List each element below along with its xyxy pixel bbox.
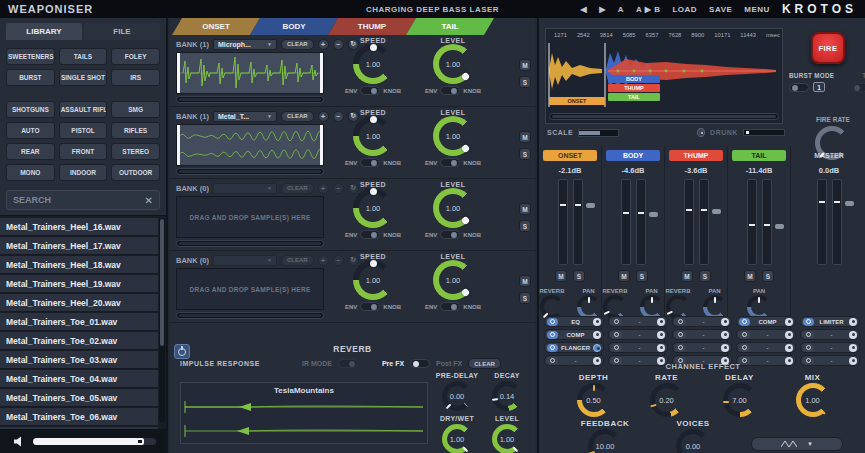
fx-power-button[interactable] [611, 331, 622, 339]
speed-knob[interactable]: 1.00 [353, 260, 393, 300]
tab-onset[interactable]: ONSET [172, 18, 260, 35]
burst-count-box[interactable]: 1 [813, 82, 825, 92]
filter-front[interactable]: FRONT [59, 143, 108, 160]
fx-power-button[interactable] [611, 344, 622, 352]
list-item[interactable]: Metal_Trainers_Toe_03.wav [0, 351, 158, 369]
depth-knob[interactable]: 0.50 [577, 383, 611, 417]
load-button[interactable]: LOAD [672, 5, 697, 14]
list-item[interactable]: Metal_Trainers_Heel_17.wav [0, 237, 158, 255]
reverb-level-knob[interactable]: 1.00 [492, 424, 522, 453]
fx-power-button[interactable] [547, 331, 558, 339]
fx-power-button[interactable] [675, 331, 686, 339]
feedback-knob[interactable]: 10.00 [588, 429, 622, 453]
channel-fader[interactable] [684, 179, 709, 265]
channel-fader[interactable] [747, 179, 772, 265]
fx-settings-icon[interactable] [785, 318, 793, 326]
tab-thump[interactable]: THUMP [328, 18, 416, 35]
search-clear-icon[interactable]: ✕ [145, 195, 153, 206]
filter-outdoor[interactable]: OUTDOOR [111, 164, 160, 181]
mute-button[interactable]: M [681, 270, 693, 282]
bank-drop-zone[interactable]: DRAG AND DROP SAMPLE(S) HERE [176, 268, 324, 310]
fx-slot[interactable]: - [800, 342, 860, 353]
trigger-timeline[interactable]: 12712542381450856357762889001017111443ms… [545, 28, 783, 124]
tab-body[interactable]: BODY [250, 18, 338, 35]
bank-clear-button[interactable]: CLEAR [281, 39, 314, 50]
filter-rear[interactable]: REAR [6, 143, 55, 160]
bank-waveform-scrollbar[interactable] [176, 96, 324, 103]
solo-button[interactable]: S [519, 220, 531, 232]
reverb-power-button[interactable] [174, 344, 190, 359]
level-env-knob-toggle[interactable] [440, 302, 460, 311]
impulse-response-display[interactable]: TeslaMountains [180, 382, 428, 444]
solo-button[interactable]: S [573, 270, 585, 282]
tail-region-chip[interactable]: TAIL [608, 93, 660, 101]
menu-button[interactable]: MENU [744, 5, 770, 14]
mute-button[interactable]: M [744, 270, 756, 282]
solo-button[interactable]: S [636, 270, 648, 282]
filter-pistol[interactable]: PISTOL [59, 122, 108, 139]
fx-power-button[interactable] [803, 344, 814, 352]
speed-knob[interactable]: 1.00 [353, 188, 393, 228]
fx-settings-icon[interactable] [657, 318, 665, 326]
mute-button[interactable]: M [555, 270, 567, 282]
fx-settings-icon[interactable] [593, 344, 601, 352]
solo-button[interactable]: S [519, 148, 531, 160]
list-item[interactable]: Metal_Trainers_Toe_02.wav [0, 332, 158, 350]
fx-settings-icon[interactable] [849, 331, 857, 339]
list-item[interactable]: Metal_Trainers_Toe_04.wav [0, 370, 158, 388]
bank-source-dropdown[interactable]: Microph...▼ [213, 39, 277, 50]
search-input[interactable] [13, 195, 145, 205]
level-knob[interactable]: 1.00 [433, 188, 473, 228]
fx-slot[interactable]: - [672, 342, 732, 353]
bank-waveform-scrollbar[interactable] [176, 312, 324, 319]
drunk-icon[interactable] [697, 128, 705, 137]
bank-clear-button[interactable]: CLEAR [281, 183, 314, 194]
filter-single-shot[interactable]: SINGLE SHOT [59, 69, 108, 86]
speed-env-knob-toggle[interactable] [360, 230, 380, 239]
ab-a-button[interactable]: A [618, 5, 624, 14]
fx-slot[interactable]: - [672, 329, 732, 340]
timeline-scrollbar[interactable] [549, 113, 779, 120]
fx-slot[interactable]: - [608, 329, 668, 340]
bank-waveform-scrollbar[interactable] [176, 168, 324, 175]
bank-add-button[interactable]: + [318, 39, 329, 50]
bank-clear-button[interactable]: CLEAR [281, 111, 314, 122]
level-env-knob-toggle[interactable] [440, 86, 460, 95]
drunk-slider[interactable] [743, 129, 785, 136]
tab-library[interactable]: LIBRARY [6, 23, 82, 40]
solo-button[interactable]: S [519, 292, 531, 304]
list-item[interactable]: Metal_Trainers_Heel_18.wav [0, 256, 158, 274]
speed-env-knob-toggle[interactable] [360, 302, 380, 311]
fx-settings-icon[interactable] [721, 331, 729, 339]
filter-irs[interactable]: IRS [111, 69, 160, 86]
dry-wet-knob[interactable]: 1.00 [442, 424, 472, 453]
speed-knob[interactable]: 1.00 [353, 44, 393, 84]
bank-source-dropdown[interactable]: ▼ [213, 183, 277, 194]
fx-power-button[interactable] [739, 344, 750, 352]
body-region-chip[interactable]: BODY [608, 75, 660, 83]
trim-handle-left[interactable] [177, 53, 180, 93]
mix-knob[interactable]: 1.00 [796, 383, 830, 417]
fx-settings-icon[interactable] [785, 344, 793, 352]
delay-knob[interactable]: 7.00 [723, 383, 757, 417]
fx-settings-icon[interactable] [849, 318, 857, 326]
filter-rifles[interactable]: RIFLES [111, 122, 160, 139]
filter-indoor[interactable]: INDOOR [59, 164, 108, 181]
fx-power-button[interactable] [739, 318, 750, 326]
channel-fader[interactable] [621, 179, 646, 265]
mute-button[interactable]: M [519, 59, 531, 71]
fx-power-button[interactable] [611, 318, 622, 326]
fire-button[interactable]: FIRE [811, 32, 845, 64]
filter-mono[interactable]: MONO [6, 164, 55, 181]
fx-settings-icon[interactable] [721, 318, 729, 326]
channel-fader[interactable] [817, 179, 842, 265]
solo-button[interactable]: S [762, 270, 774, 282]
level-env-knob-toggle[interactable] [440, 158, 460, 167]
pre-post-fx-toggle[interactable] [410, 359, 430, 368]
ab-copy-button[interactable]: A ▶ B [636, 5, 660, 14]
fx-power-button[interactable] [803, 318, 814, 326]
fx-slot[interactable]: FLANGER [544, 342, 604, 353]
fx-power-button[interactable] [675, 318, 686, 326]
level-env-knob-toggle[interactable] [440, 230, 460, 239]
fx-slot[interactable]: - [608, 316, 668, 327]
